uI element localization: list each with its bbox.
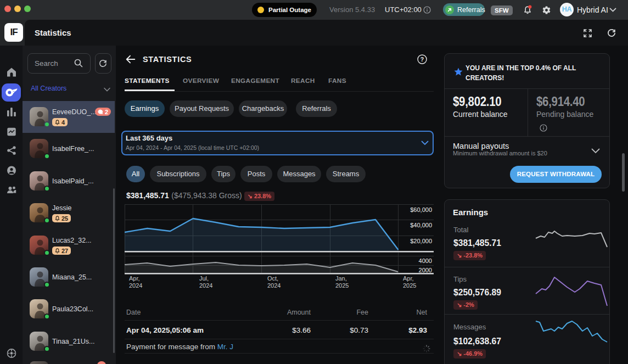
svg-text:?: ? xyxy=(420,56,424,63)
svg-text:2025: 2025 xyxy=(403,282,416,289)
svg-text:Apr,: Apr, xyxy=(403,275,414,282)
svg-text:2024: 2024 xyxy=(199,282,212,289)
svg-text:$40,000: $40,000 xyxy=(410,222,432,228)
svg-text:$60,000: $60,000 xyxy=(410,206,432,213)
svg-text:Jan,: Jan, xyxy=(335,275,347,282)
svg-text:Apr,: Apr, xyxy=(129,275,140,282)
svg-text:Jul,: Jul, xyxy=(199,275,209,282)
svg-text:2024: 2024 xyxy=(129,282,142,289)
svg-text:2024: 2024 xyxy=(267,282,281,289)
svg-text:2025: 2025 xyxy=(335,282,349,289)
svg-text:Oct,: Oct, xyxy=(267,275,278,282)
svg-text:2000: 2000 xyxy=(419,267,432,273)
svg-text:$20,000: $20,000 xyxy=(410,238,432,244)
svg-text:4000: 4000 xyxy=(419,257,432,264)
